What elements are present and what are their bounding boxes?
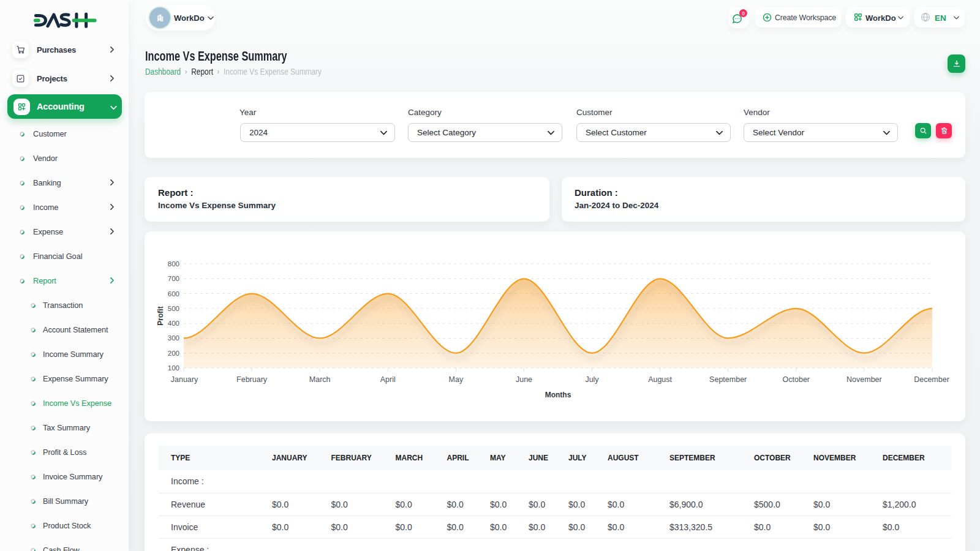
svg-text:July: July bbox=[585, 375, 599, 384]
svg-text:May: May bbox=[449, 375, 464, 384]
svg-text:800: 800 bbox=[168, 260, 179, 268]
svg-text:December: December bbox=[914, 375, 949, 384]
svg-text:400: 400 bbox=[168, 320, 179, 327]
svg-text:September: September bbox=[709, 375, 747, 384]
svg-text:April: April bbox=[380, 375, 396, 384]
svg-text:February: February bbox=[236, 375, 268, 384]
svg-text:August: August bbox=[648, 375, 672, 384]
svg-text:November: November bbox=[846, 375, 882, 384]
svg-text:600: 600 bbox=[168, 290, 179, 298]
svg-text:June: June bbox=[516, 375, 532, 384]
svg-text:Profit: Profit bbox=[156, 306, 165, 325]
svg-text:March: March bbox=[309, 375, 331, 384]
svg-text:200: 200 bbox=[168, 350, 179, 357]
svg-text:300: 300 bbox=[168, 334, 179, 342]
svg-text:500: 500 bbox=[168, 305, 179, 312]
svg-text:January: January bbox=[171, 375, 198, 384]
svg-text:700: 700 bbox=[168, 275, 179, 282]
svg-text:October: October bbox=[783, 375, 810, 384]
svg-text:Months: Months bbox=[545, 391, 571, 399]
svg-text:100: 100 bbox=[168, 364, 179, 372]
